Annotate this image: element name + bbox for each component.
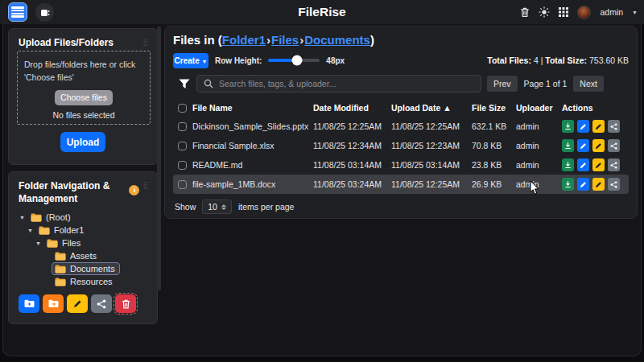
scrollbar[interactable] bbox=[157, 27, 161, 290]
search-box[interactable] bbox=[196, 75, 481, 93]
select-arrows-icon bbox=[221, 204, 226, 210]
breadcrumb-link[interactable]: Documents bbox=[304, 33, 370, 47]
per-page-label: items per page bbox=[238, 202, 294, 212]
grid-icon[interactable] bbox=[559, 7, 568, 17]
download-button[interactable] bbox=[562, 178, 574, 191]
filter-icon[interactable] bbox=[179, 79, 190, 89]
rename-button[interactable] bbox=[592, 158, 605, 171]
next-page-button[interactable]: Next bbox=[573, 76, 604, 92]
create-button[interactable]: Create ▼ bbox=[173, 53, 208, 68]
breadcrumb-link[interactable]: Files bbox=[271, 33, 299, 47]
folder-icon bbox=[47, 239, 58, 248]
share-button[interactable] bbox=[608, 139, 620, 152]
tree-item[interactable]: ▼ Resources bbox=[9, 275, 157, 288]
prev-page-button[interactable]: Prev bbox=[487, 76, 518, 92]
drag-handle-icon[interactable]: ⣿ bbox=[142, 182, 149, 189]
breadcrumb: Folder1›Files›Documents bbox=[222, 33, 370, 47]
move-folder-button[interactable] bbox=[43, 294, 64, 313]
edit-button[interactable] bbox=[577, 139, 589, 152]
tree-item[interactable]: ▼ Assets bbox=[9, 249, 157, 262]
caret-down-icon[interactable]: ▼ bbox=[19, 215, 26, 220]
folder-icon bbox=[55, 265, 66, 274]
table-row[interactable]: Financial Sample.xlsx 11/08/25 12:34AM 1… bbox=[173, 136, 629, 155]
date-modified: 11/08/25 03:14AM bbox=[313, 160, 391, 170]
edit-button[interactable] bbox=[577, 178, 589, 191]
file-name[interactable]: Dickinson_Sample_Slides.pptx bbox=[192, 121, 313, 131]
rename-button[interactable] bbox=[592, 120, 605, 133]
rename-button[interactable] bbox=[592, 178, 605, 191]
breadcrumb-link[interactable]: Folder1 bbox=[222, 33, 266, 47]
share-button[interactable] bbox=[608, 158, 620, 171]
items-per-page-select[interactable]: 10 bbox=[202, 200, 232, 214]
uploader: admin bbox=[516, 160, 562, 170]
download-button[interactable] bbox=[562, 139, 574, 152]
share-button[interactable] bbox=[608, 178, 620, 191]
drag-handle-icon[interactable]: ⣿ bbox=[142, 39, 149, 46]
file-size: 23.8 KB bbox=[472, 160, 516, 170]
dropzone[interactable]: Drop files/folders here or click'Choose … bbox=[17, 51, 151, 125]
file-name[interactable]: Financial Sample.xlsx bbox=[192, 141, 313, 150]
col-uploader[interactable]: Uploader bbox=[516, 103, 562, 113]
rename-button[interactable] bbox=[592, 139, 605, 152]
user-name[interactable]: admin bbox=[600, 7, 623, 17]
file-name[interactable]: file-sample_1MB.docx bbox=[192, 179, 313, 189]
caret-down-icon[interactable]: ▼ bbox=[35, 241, 42, 246]
search-input[interactable] bbox=[219, 79, 444, 88]
edit-button[interactable] bbox=[577, 158, 589, 171]
share-button[interactable] bbox=[608, 120, 620, 133]
tree-item[interactable]: ▼ Files bbox=[9, 237, 157, 249]
col-file-name[interactable]: File Name bbox=[192, 103, 313, 113]
row-checkbox[interactable] bbox=[178, 142, 187, 150]
table-row[interactable]: README.md 11/08/25 03:14AM 11/08/25 03:1… bbox=[173, 155, 629, 175]
delete-folder-button[interactable] bbox=[115, 294, 136, 313]
choose-files-button[interactable]: Choose files bbox=[55, 90, 113, 105]
select-all-checkbox[interactable] bbox=[178, 104, 187, 113]
create-folder-button[interactable] bbox=[19, 294, 39, 313]
upload-button[interactable]: Upload bbox=[60, 132, 105, 152]
download-button[interactable] bbox=[562, 120, 574, 133]
file-name[interactable]: README.md bbox=[192, 160, 313, 170]
tree-item[interactable]: ▼ (Root) bbox=[9, 211, 157, 224]
upload-date: 11/08/25 12:25AM bbox=[391, 179, 472, 189]
col-upload-date[interactable]: Upload Date ▲ bbox=[391, 103, 472, 113]
sun-icon[interactable] bbox=[539, 6, 550, 18]
row-actions bbox=[562, 178, 629, 191]
row-height-label: Row Height: bbox=[215, 56, 262, 65]
row-checkbox[interactable] bbox=[178, 180, 187, 189]
info-icon[interactable]: i bbox=[129, 185, 139, 195]
caret-down-icon: ▼ bbox=[201, 59, 207, 64]
folder-icon bbox=[39, 226, 50, 235]
row-actions bbox=[562, 158, 629, 171]
row-checkbox[interactable] bbox=[178, 122, 187, 131]
table-row[interactable]: file-sample_1MB.docx 11/08/25 03:24AM 11… bbox=[173, 175, 629, 194]
page-indicator: Page 1 of 1 bbox=[524, 79, 568, 88]
file-rows: Dickinson_Sample_Slides.pptx 11/08/25 12… bbox=[173, 117, 629, 194]
table-row[interactable]: Dickinson_Sample_Slides.pptx 11/08/25 12… bbox=[173, 117, 629, 136]
edit-button[interactable] bbox=[577, 120, 589, 133]
upload-date: 11/08/25 12:25AM bbox=[391, 121, 472, 131]
tree-item[interactable]: ▼ Documents bbox=[9, 262, 157, 275]
date-modified: 11/08/25 03:24AM bbox=[313, 179, 391, 189]
tree-item-label: Folder1 bbox=[54, 225, 84, 235]
folder-icon bbox=[55, 252, 66, 261]
download-button[interactable] bbox=[562, 158, 574, 171]
row-height-slider[interactable] bbox=[268, 59, 320, 62]
share-folder-button[interactable] bbox=[91, 294, 112, 313]
col-file-size[interactable]: File Size bbox=[472, 103, 516, 113]
trash-icon[interactable] bbox=[520, 7, 530, 18]
show-label: Show bbox=[175, 202, 196, 212]
table-header: File Name Date Modified Upload Date ▲ Fi… bbox=[173, 99, 629, 117]
caret-down-icon[interactable]: ▼ bbox=[632, 10, 638, 15]
tree-item[interactable]: ▼ Folder1 bbox=[9, 224, 157, 237]
rename-folder-button[interactable] bbox=[67, 294, 88, 313]
tree-item-label: Resources bbox=[70, 277, 113, 286]
folder-actions bbox=[19, 294, 136, 313]
caret-down-icon[interactable]: ▼ bbox=[27, 228, 34, 233]
row-checkbox[interactable] bbox=[178, 161, 187, 170]
slider-thumb[interactable] bbox=[291, 56, 302, 66]
date-modified: 11/08/25 12:25AM bbox=[313, 121, 391, 131]
col-date-modified[interactable]: Date Modified bbox=[313, 103, 391, 113]
upload-card: Upload Files/Folders ⣿ Drop files/folder… bbox=[8, 28, 158, 165]
user-avatar[interactable] bbox=[577, 6, 591, 19]
uploader: admin bbox=[516, 141, 562, 150]
